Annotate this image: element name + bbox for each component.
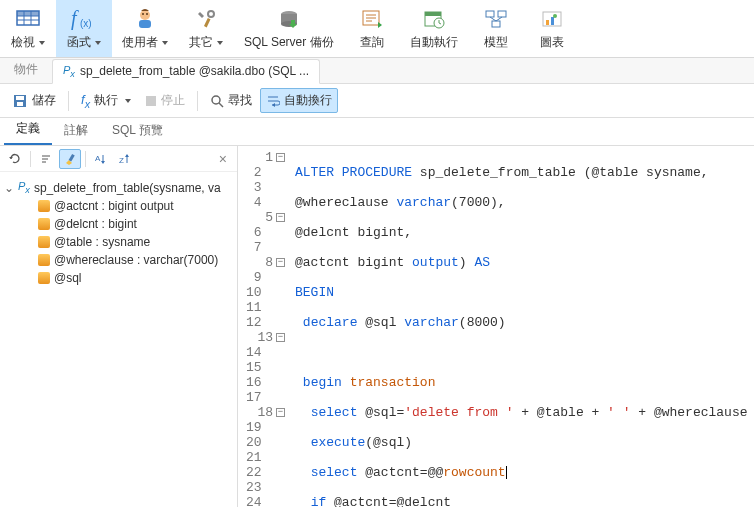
fold-icon[interactable]: −: [276, 333, 285, 342]
tree-item[interactable]: @whereclause : varchar(7000): [4, 251, 233, 269]
tree-item[interactable]: @actcnt : bigint output: [4, 197, 233, 215]
sort-asc-icon: A: [94, 152, 108, 166]
separator: [30, 151, 31, 167]
tree-item[interactable]: @delcnt : bigint: [4, 215, 233, 233]
svg-text:Z: Z: [119, 156, 124, 165]
chevron-down-icon: [39, 41, 45, 45]
svg-rect-9: [139, 20, 151, 28]
tree-item-label: @sql: [54, 271, 82, 285]
chevron-down-icon: [125, 99, 131, 103]
close-panel-button[interactable]: ×: [213, 151, 233, 167]
ribbon-function[interactable]: f(x) 函式: [56, 0, 112, 57]
ribbon-model[interactable]: 模型: [468, 0, 524, 57]
code-content[interactable]: ALTER PROCEDURE sp_delete_from_table (@t…: [289, 146, 754, 507]
editor-subtabs: 定義 註解 SQL 預覽: [0, 118, 754, 146]
param-icon: [38, 272, 50, 284]
svg-line-30: [490, 17, 496, 21]
param-icon: [38, 218, 50, 230]
line-gutter: 1 − 2 3 4 5 − 6 7 8 − 9 10 11 12 13 − 14…: [238, 146, 289, 507]
ribbon-other[interactable]: 其它: [178, 0, 234, 57]
wrap-button[interactable]: 自動換行: [260, 88, 338, 113]
main-area: A Z × ⌄ Px sp_delete_from_table(sysname,…: [0, 146, 754, 507]
svg-marker-45: [9, 157, 13, 159]
highlight-button[interactable]: [59, 149, 81, 169]
tree-item-label: @table : sysname: [54, 235, 150, 249]
stop-label: 停止: [161, 92, 185, 109]
tree-item-label: @whereclause : varchar(7000): [54, 253, 218, 267]
svg-text:(x): (x): [80, 18, 92, 29]
separator: [197, 91, 198, 111]
svg-rect-33: [546, 20, 549, 25]
subtab-comment[interactable]: 註解: [52, 116, 100, 145]
run-label: 執行: [94, 92, 118, 109]
outline-tree: ⌄ Px sp_delete_from_table(sysname, va @a…: [0, 172, 237, 293]
stop-button[interactable]: 停止: [139, 88, 191, 113]
tab-objects[interactable]: 物件: [0, 56, 52, 83]
ribbon-query-label: 查詢: [360, 34, 384, 51]
svg-point-40: [212, 96, 220, 104]
refresh-icon: [8, 152, 22, 166]
ribbon-backup[interactable]: SQL Server 備份: [234, 0, 344, 57]
svg-point-13: [208, 11, 214, 17]
tree-item[interactable]: @sql: [4, 269, 233, 287]
wrap-icon: [266, 94, 280, 108]
ribbon-backup-label: SQL Server 備份: [244, 34, 334, 51]
separator: [68, 91, 69, 111]
sort-desc-button[interactable]: Z: [114, 149, 136, 169]
chevron-down-icon: [162, 41, 168, 45]
tree-root[interactable]: ⌄ Px sp_delete_from_table(sysname, va: [4, 178, 233, 197]
svg-point-11: [146, 13, 148, 15]
outline-toolbar: A Z ×: [0, 146, 237, 172]
subtab-preview[interactable]: SQL 預覽: [100, 116, 175, 145]
save-icon: [12, 93, 28, 109]
tree-item-label: @delcnt : bigint: [54, 217, 137, 231]
collapse-icon[interactable]: ⌄: [4, 181, 14, 195]
run-button[interactable]: fx 執行: [75, 88, 137, 114]
svg-point-35: [553, 14, 557, 18]
stop-icon: [145, 95, 157, 107]
param-icon: [38, 236, 50, 248]
svg-rect-29: [492, 21, 500, 27]
sort-toggle-button[interactable]: [35, 149, 57, 169]
ribbon-query[interactable]: 查詢: [344, 0, 400, 57]
svg-rect-37: [16, 96, 24, 100]
fx-icon: Px: [63, 64, 75, 79]
wrap-label: 自動換行: [284, 92, 332, 109]
sort-desc-icon: Z: [118, 152, 132, 166]
code-editor[interactable]: 1 − 2 3 4 5 − 6 7 8 − 9 10 11 12 13 − 14…: [238, 146, 754, 507]
ribbon-view-label: 檢視: [11, 35, 35, 49]
tab-procedure[interactable]: Px sp_delete_from_table @sakila.dbo (SQL…: [52, 59, 320, 84]
fold-icon[interactable]: −: [276, 258, 285, 267]
svg-rect-38: [17, 102, 23, 106]
chevron-down-icon: [217, 41, 223, 45]
refresh-button[interactable]: [4, 149, 26, 169]
document-tabbar: 物件 Px sp_delete_from_table @sakila.dbo (…: [0, 58, 754, 84]
ribbon-user[interactable]: 使用者: [112, 0, 178, 57]
ribbon-autorun-label: 自動執行: [410, 34, 458, 51]
schedule-icon: [422, 6, 446, 32]
subtab-definition[interactable]: 定義: [4, 114, 52, 145]
ribbon-user-label: 使用者: [122, 35, 158, 49]
svg-text:A: A: [95, 154, 101, 163]
svg-rect-28: [498, 11, 506, 17]
fold-icon[interactable]: −: [276, 408, 285, 417]
ribbon-view[interactable]: 檢視: [0, 0, 56, 57]
tools-icon: [194, 6, 218, 32]
ribbon-other-label: 其它: [189, 35, 213, 49]
fold-icon[interactable]: −: [276, 213, 285, 222]
ribbon-model-label: 模型: [484, 34, 508, 51]
save-button[interactable]: 儲存: [6, 88, 62, 113]
fold-icon[interactable]: −: [276, 153, 285, 162]
tree-item[interactable]: @table : sysname: [4, 233, 233, 251]
svg-rect-34: [551, 17, 554, 25]
ribbon-autorun[interactable]: 自動執行: [400, 0, 468, 57]
svg-marker-52: [101, 161, 105, 164]
sort-asc-button[interactable]: A: [90, 149, 112, 169]
svg-point-8: [140, 10, 150, 20]
fx-icon: f(x): [69, 6, 99, 32]
ribbon-chart[interactable]: 圖表: [524, 0, 580, 57]
svg-rect-49: [69, 154, 75, 162]
ribbon-function-label: 函式: [67, 35, 91, 49]
find-button[interactable]: 尋找: [204, 88, 258, 113]
svg-text:f: f: [71, 7, 79, 30]
